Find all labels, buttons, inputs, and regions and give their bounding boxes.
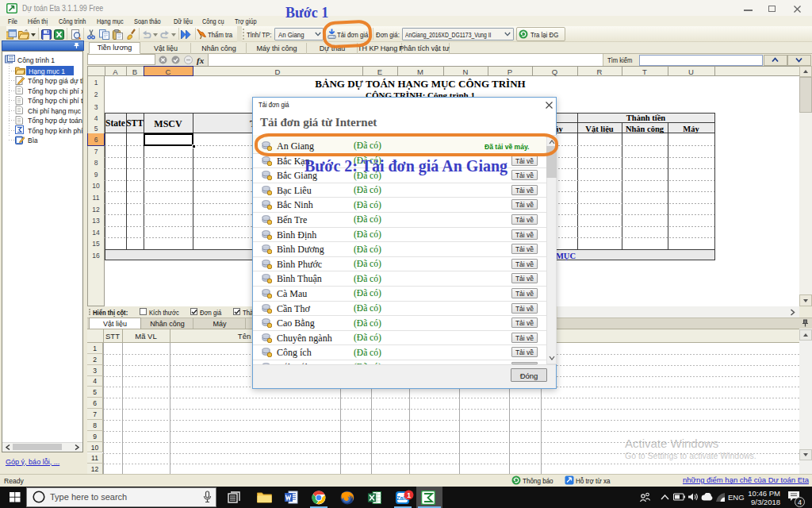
svg-text:4: 4 [798, 498, 802, 506]
svg-text:1: 1 [407, 491, 411, 499]
